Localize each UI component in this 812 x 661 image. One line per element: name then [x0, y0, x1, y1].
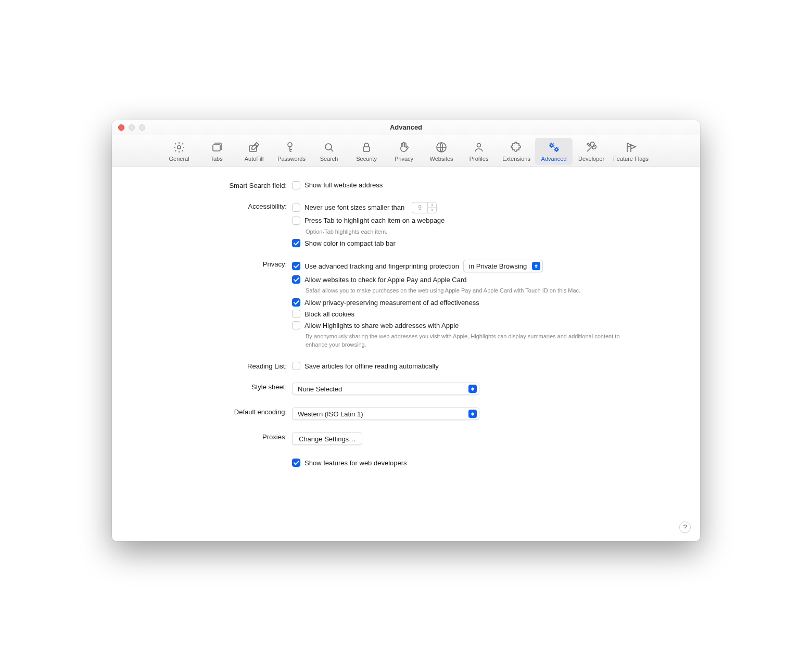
- apple-pay-checkbox[interactable]: [292, 275, 300, 284]
- toolbar-tab-security[interactable]: Security: [348, 138, 385, 165]
- person-icon: [472, 140, 486, 155]
- gear-icon: [172, 140, 186, 155]
- block-cookies-label: Block all cookies: [304, 310, 354, 318]
- puzzle-icon: [509, 140, 524, 155]
- toolbar-tab-advanced[interactable]: Advanced: [535, 138, 573, 165]
- tracking-protection-checkbox[interactable]: [292, 262, 300, 270]
- flags-icon: [624, 140, 638, 155]
- show-full-address-label: Show full website address: [304, 181, 383, 189]
- ad-measurement-checkbox[interactable]: [292, 298, 300, 307]
- hand-icon: [397, 140, 411, 155]
- highlights-share-label: Allow Highlights to share web addresses …: [304, 322, 459, 329]
- svg-point-7: [477, 143, 481, 147]
- toolbar-tab-developer[interactable]: Developer: [573, 138, 610, 165]
- toolbar-tab-extensions[interactable]: Extensions: [498, 138, 535, 165]
- press-tab-label: Press Tab to highlight each item on a we…: [304, 217, 445, 224]
- svg-point-4: [325, 144, 332, 150]
- toolbar-tab-feature-flags[interactable]: Feature Flags: [610, 138, 652, 165]
- globe-icon: [434, 140, 449, 155]
- proxies-label: Proxies:: [131, 433, 287, 467]
- encoding-label: Default encoding:: [131, 408, 287, 420]
- stylesheet-label: Style sheet:: [131, 383, 287, 395]
- tracking-scope-select[interactable]: in Private Browsing: [463, 260, 543, 272]
- smart-search-label: Smart Search field:: [131, 181, 287, 189]
- pencil-square-icon: [247, 140, 261, 155]
- chevron-down-icon[interactable]: ▼: [428, 208, 436, 213]
- press-tab-hint: Option-Tab highlights each item.: [292, 228, 625, 236]
- offline-reading-label: Save articles for offline reading automa…: [304, 362, 439, 370]
- privacy-label: Privacy:: [131, 260, 287, 349]
- toolbar-tab-passwords[interactable]: Passwords: [273, 138, 310, 165]
- toolbar-tab-autofill[interactable]: AutoFill: [235, 138, 273, 165]
- accessibility-label: Accessibility:: [131, 202, 287, 248]
- compact-color-checkbox[interactable]: [292, 239, 300, 247]
- toolbar-tab-label: Profiles: [470, 156, 489, 162]
- toolbar-tab-profiles[interactable]: Profiles: [460, 138, 498, 165]
- toolbar-tab-label: Feature Flags: [613, 156, 649, 162]
- toolbar-tab-tabs[interactable]: Tabs: [198, 138, 235, 165]
- updown-caret-icon: [532, 262, 540, 270]
- svg-point-0: [177, 145, 181, 148]
- min-font-checkbox[interactable]: [292, 204, 300, 212]
- tracking-protection-label: Use advanced tracking and fingerprinting…: [304, 262, 459, 270]
- press-tab-checkbox[interactable]: [292, 217, 300, 225]
- toolbar-tab-websites[interactable]: Websites: [423, 138, 460, 165]
- titlebar: Advanced: [112, 120, 700, 135]
- compact-color-label: Show color in compact tab bar: [304, 239, 396, 247]
- toolbar-tab-label: Advanced: [541, 156, 567, 162]
- window-title: Advanced: [112, 123, 700, 131]
- toolbar-tab-search[interactable]: Search: [310, 138, 348, 165]
- show-full-address-checkbox[interactable]: [292, 181, 300, 189]
- highlights-share-checkbox[interactable]: [292, 321, 300, 329]
- updown-caret-icon: [468, 410, 477, 418]
- show-developer-features-label: Show features for web developers: [304, 459, 407, 467]
- change-proxy-settings-button[interactable]: Change Settings…: [292, 433, 362, 445]
- stepper-buttons[interactable]: ▲▼: [427, 202, 437, 213]
- svg-point-9: [555, 148, 558, 150]
- min-font-stepper[interactable]: 9 ▲▼: [412, 202, 437, 213]
- toolbar-tab-label: Tabs: [210, 156, 222, 162]
- svg-rect-1: [213, 145, 220, 151]
- toolbar-tab-general[interactable]: General: [160, 138, 198, 165]
- toolbar-tab-label: Passwords: [277, 156, 306, 162]
- updown-caret-icon: [468, 385, 477, 393]
- question-mark-icon: ?: [683, 523, 687, 531]
- toolbar-tab-label: Security: [356, 156, 377, 162]
- toolbar-tab-label: Extensions: [502, 156, 530, 162]
- tabs-icon: [209, 140, 224, 155]
- svg-point-8: [551, 144, 553, 146]
- tracking-scope-value: in Private Browsing: [469, 262, 527, 270]
- apple-pay-label: Allow websites to check for Apple Pay an…: [304, 276, 466, 284]
- encoding-select[interactable]: Western (ISO Latin 1): [292, 408, 479, 420]
- reading-list-label: Reading List:: [131, 362, 287, 370]
- offline-reading-checkbox[interactable]: [292, 362, 300, 370]
- preferences-window: Advanced General Tabs AutoFill Password: [112, 120, 700, 541]
- show-developer-features-checkbox[interactable]: [292, 459, 300, 467]
- toolbar-tab-label: Privacy: [395, 156, 413, 162]
- svg-rect-5: [363, 147, 370, 151]
- ad-measurement-label: Allow privacy-preserving measurement of …: [304, 299, 479, 307]
- highlights-share-hint: By anonymously sharing the web addresses…: [292, 333, 625, 349]
- preferences-toolbar: General Tabs AutoFill Passwords Search: [112, 135, 700, 167]
- change-proxy-settings-label: Change Settings…: [299, 435, 356, 443]
- search-icon: [322, 140, 336, 155]
- toolbar-tab-label: Search: [320, 156, 338, 162]
- chevron-up-icon[interactable]: ▲: [428, 202, 436, 208]
- toolbar-tab-label: Developer: [578, 156, 604, 162]
- toolbar-tab-privacy[interactable]: Privacy: [385, 138, 423, 165]
- stylesheet-value: None Selected: [298, 385, 342, 393]
- stylesheet-select[interactable]: None Selected: [292, 383, 479, 395]
- apple-pay-hint: Safari allows you to make purchases on t…: [292, 287, 625, 295]
- toolbar-tab-label: General: [169, 156, 189, 162]
- help-button[interactable]: ?: [679, 522, 691, 533]
- tools-icon: [584, 140, 599, 155]
- block-cookies-checkbox[interactable]: [292, 310, 300, 318]
- svg-point-3: [288, 143, 292, 147]
- min-font-value: 9: [412, 202, 427, 213]
- key-icon: [284, 140, 299, 155]
- lock-icon: [359, 140, 374, 155]
- advanced-pane: Smart Search field: Show full website ad…: [112, 167, 700, 541]
- gears-icon: [547, 140, 561, 155]
- min-font-label: Never use font sizes smaller than: [304, 204, 404, 211]
- encoding-value: Western (ISO Latin 1): [298, 410, 363, 418]
